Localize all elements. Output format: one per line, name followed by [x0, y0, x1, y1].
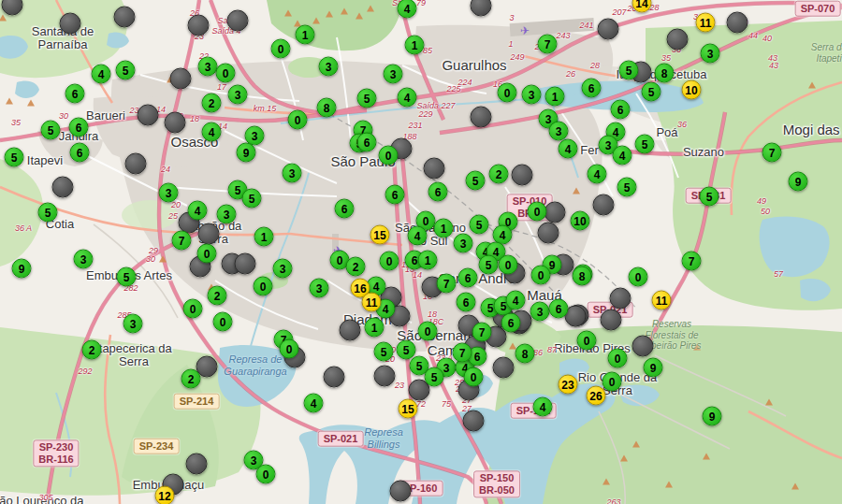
- cluster-marker-green[interactable]: 0: [213, 312, 233, 332]
- cluster-marker-yellow[interactable]: 23: [559, 375, 578, 395]
- cluster-marker-green[interactable]: 2: [489, 165, 509, 184]
- cluster-marker-green[interactable]: 4: [398, 88, 417, 108]
- cluster-marker-green[interactable]: 0: [216, 64, 236, 83]
- poi-marker-gray[interactable]: [463, 410, 485, 432]
- poi-marker-gray[interactable]: [125, 153, 147, 175]
- cluster-marker-green[interactable]: 0: [629, 267, 648, 287]
- cluster-marker-green[interactable]: 6: [611, 100, 631, 120]
- cluster-marker-green[interactable]: 3: [454, 234, 473, 253]
- cluster-marker-green[interactable]: 5: [479, 255, 499, 275]
- cluster-marker-green[interactable]: 5: [617, 178, 637, 197]
- cluster-marker-green[interactable]: 5: [117, 267, 137, 287]
- cluster-marker-yellow[interactable]: 14: [632, 0, 652, 13]
- cluster-marker-green[interactable]: 3: [310, 279, 329, 298]
- poi-marker-gray[interactable]: [727, 12, 748, 34]
- cluster-marker-green[interactable]: 0: [608, 349, 628, 368]
- cluster-marker-green[interactable]: 6: [549, 299, 569, 319]
- map-viewport[interactable]: ✈✈Santana de ParnaíbaBarueriJandiraItape…: [0, 0, 842, 504]
- cluster-marker-green[interactable]: 4: [533, 397, 553, 417]
- cluster-marker-green[interactable]: 3: [283, 164, 302, 183]
- cluster-marker-green[interactable]: 5: [242, 189, 262, 209]
- poi-marker-gray[interactable]: [601, 310, 622, 331]
- poi-marker-gray[interactable]: [667, 29, 689, 50]
- poi-marker-gray[interactable]: [2, 0, 23, 16]
- cluster-marker-green[interactable]: 4: [613, 146, 632, 166]
- cluster-marker-green[interactable]: 0: [288, 110, 308, 130]
- poi-marker-gray[interactable]: [593, 194, 615, 216]
- poi-marker-gray[interactable]: [544, 202, 566, 223]
- cluster-marker-green[interactable]: 6: [458, 268, 478, 288]
- cluster-marker-green[interactable]: 5: [38, 203, 58, 223]
- cluster-marker-yellow[interactable]: 15: [399, 399, 418, 419]
- cluster-marker-green[interactable]: 4: [506, 291, 526, 310]
- cluster-marker-green[interactable]: 3: [701, 44, 720, 64]
- cluster-marker-green[interactable]: 6: [335, 199, 355, 219]
- cluster-marker-green[interactable]: 6: [65, 84, 85, 104]
- poi-marker-gray[interactable]: [538, 223, 559, 244]
- cluster-marker-green[interactable]: 3: [522, 85, 542, 105]
- cluster-marker-green[interactable]: 2: [346, 257, 366, 277]
- cluster-marker-green[interactable]: 9: [789, 172, 808, 192]
- poi-marker-gray[interactable]: [186, 454, 208, 475]
- cluster-marker-green[interactable]: 7: [762, 143, 782, 163]
- cluster-marker-yellow[interactable]: 11: [652, 291, 672, 310]
- cluster-marker-green[interactable]: 0: [380, 252, 399, 271]
- cluster-marker-green[interactable]: 9: [644, 358, 663, 378]
- cluster-marker-green[interactable]: 3: [319, 57, 339, 77]
- cluster-marker-green[interactable]: 6: [457, 293, 476, 312]
- poi-marker-gray[interactable]: [188, 15, 210, 36]
- cluster-marker-green[interactable]: 5: [425, 367, 444, 387]
- cluster-marker-green[interactable]: 3: [549, 122, 569, 141]
- poi-marker-gray[interactable]: [60, 13, 81, 35]
- cluster-marker-green[interactable]: 5: [470, 215, 489, 235]
- cluster-marker-green[interactable]: 2: [181, 369, 201, 389]
- cluster-marker-green[interactable]: 3: [74, 250, 94, 269]
- cluster-marker-green[interactable]: 3: [228, 85, 248, 105]
- cluster-marker-green[interactable]: 8: [515, 344, 535, 364]
- poi-marker-gray[interactable]: [512, 165, 533, 186]
- cluster-marker-green[interactable]: 5: [700, 187, 719, 207]
- cluster-marker-green[interactable]: 3: [123, 314, 143, 334]
- cluster-marker-green[interactable]: 5: [635, 135, 655, 154]
- cluster-marker-yellow[interactable]: 15: [370, 225, 390, 245]
- cluster-marker-green[interactable]: 7: [538, 35, 558, 54]
- poi-marker-gray[interactable]: [114, 7, 136, 28]
- poi-marker-gray[interactable]: [390, 481, 412, 502]
- poi-marker-gray[interactable]: [198, 223, 220, 245]
- cluster-marker-green[interactable]: 1: [254, 227, 274, 247]
- cluster-marker-green[interactable]: 0: [577, 331, 597, 351]
- cluster-marker-green[interactable]: 7: [682, 252, 702, 271]
- cluster-marker-green[interactable]: 0: [254, 277, 273, 296]
- cluster-marker-green[interactable]: 0: [280, 339, 299, 359]
- cluster-marker-green[interactable]: 1: [405, 36, 425, 55]
- cluster-marker-green[interactable]: 0: [602, 372, 622, 392]
- cluster-marker-green[interactable]: 1: [365, 318, 385, 338]
- cluster-marker-green[interactable]: 7: [172, 231, 192, 251]
- cluster-marker-green[interactable]: 9: [703, 407, 722, 426]
- cluster-marker-green[interactable]: 8: [655, 64, 675, 83]
- poi-marker-gray[interactable]: [227, 10, 249, 32]
- poi-marker-gray[interactable]: [52, 177, 74, 198]
- cluster-marker-green[interactable]: 0: [183, 299, 203, 319]
- cluster-marker-green[interactable]: 1: [434, 219, 454, 238]
- cluster-marker-green[interactable]: 3: [273, 259, 293, 279]
- cluster-marker-green[interactable]: 7: [472, 323, 492, 342]
- cluster-marker-yellow[interactable]: 10: [682, 80, 702, 100]
- cluster-marker-green[interactable]: 3: [198, 57, 218, 77]
- cluster-marker-green[interactable]: 6: [357, 133, 377, 152]
- cluster-marker-green[interactable]: 6: [385, 185, 405, 205]
- cluster-marker-green[interactable]: 4: [559, 139, 578, 159]
- poi-marker-gray[interactable]: [424, 158, 445, 180]
- cluster-marker-green[interactable]: 4: [202, 122, 222, 142]
- cluster-marker-green[interactable]: 8: [317, 98, 337, 118]
- poi-marker-gray[interactable]: [632, 336, 654, 357]
- cluster-marker-green[interactable]: 5: [116, 61, 136, 80]
- cluster-marker-green[interactable]: 9: [12, 259, 32, 279]
- cluster-marker-green[interactable]: 1: [418, 251, 438, 270]
- cluster-marker-green[interactable]: 6: [501, 313, 521, 333]
- poi-marker-gray[interactable]: [235, 253, 256, 275]
- cluster-marker-green[interactable]: 2: [82, 340, 102, 360]
- poi-marker-gray[interactable]: [493, 357, 515, 379]
- cluster-marker-green[interactable]: 0: [531, 266, 551, 285]
- cluster-marker-green[interactable]: 1: [545, 87, 565, 107]
